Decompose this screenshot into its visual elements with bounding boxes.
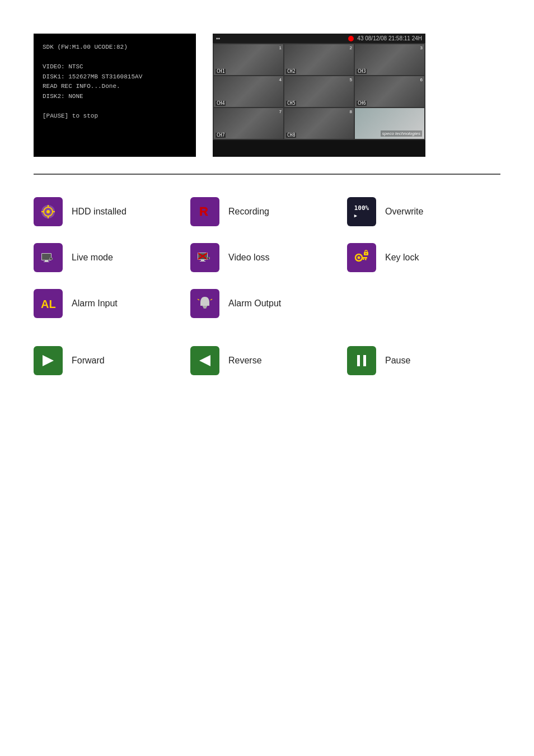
dvr-num-7: 7 <box>279 109 282 114</box>
icon-item-videoloss: Video loss <box>190 243 347 272</box>
alarm-output-label: Alarm Output <box>228 298 281 309</box>
svg-rect-16 <box>201 260 204 261</box>
hdd-installed-label: HDD installed <box>72 207 127 217</box>
dvr-label-ch5: CH5 <box>286 101 296 106</box>
recording-label: Recording <box>228 207 269 217</box>
playback-grid: Forward Reverse Pause <box>34 346 500 375</box>
svg-rect-38 <box>363 355 366 366</box>
video-loss-label: Video loss <box>228 253 270 263</box>
dvr-num-5: 5 <box>350 77 352 82</box>
dvr-label-ch3: CH3 <box>357 69 367 74</box>
icon-empty-cell <box>347 289 504 318</box>
svg-line-33 <box>198 299 199 300</box>
alarm-output-icon <box>190 289 219 318</box>
svg-text:AL: AL <box>41 298 56 310</box>
svg-rect-28 <box>365 250 367 253</box>
svg-rect-26 <box>363 259 364 260</box>
svg-rect-10 <box>45 260 48 262</box>
dvr-cell-ch4: CH4 4 <box>214 76 283 107</box>
icon-item-live: Live mode <box>34 243 190 272</box>
live-svg <box>39 249 57 267</box>
recording-icon: R <box>190 197 219 226</box>
dvr-num-2: 2 <box>350 45 352 50</box>
icon-item-alarm-input: AL Alarm Input <box>34 289 190 318</box>
svg-rect-25 <box>365 259 367 260</box>
icon-item-reverse: Reverse <box>190 346 347 375</box>
terminal-display: SDK (FW:M1.00 UCODE:82) VIDEO: NTSC DISK… <box>34 34 196 157</box>
pause-svg <box>353 352 371 370</box>
key-lock-icon <box>347 243 376 272</box>
dvr-cell-ch7: CH7 7 <box>214 108 283 139</box>
term-line-2: VIDEO: NTSC <box>43 62 187 72</box>
svg-rect-24 <box>362 257 367 259</box>
videoloss-svg <box>196 249 214 267</box>
term-line-3: DISK1: 152627MB ST3160815AV <box>43 72 187 82</box>
alarm-input-label: Alarm Input <box>72 298 118 309</box>
dvr-cell-ch6: CH6 6 <box>355 76 424 107</box>
svg-point-21 <box>208 258 209 259</box>
alarm-input-svg: AL <box>39 295 57 312</box>
term-line-blank2 <box>43 102 187 112</box>
icon-grid: HDD installed R Recording 100%▶ Overwrit… <box>34 197 500 318</box>
svg-point-32 <box>203 306 207 309</box>
video-loss-icon <box>190 243 219 272</box>
term-line-5: DISK2: NONE <box>43 92 187 102</box>
live-mode-label: Live mode <box>72 253 113 263</box>
icon-item-forward: Forward <box>34 346 190 375</box>
pause-icon <box>347 346 376 375</box>
icon-item-overwrite: 100%▶ Overwrite <box>347 197 504 226</box>
forward-label: Forward <box>72 356 105 366</box>
svg-rect-11 <box>44 262 49 262</box>
dvr-channel-grid: CH1 1 CH2 2 CH3 3 CH4 4 CH5 5 <box>213 43 425 140</box>
keylock-svg <box>353 249 371 267</box>
rec-dot <box>348 36 354 41</box>
playback-section: Forward Reverse Pause <box>0 340 534 398</box>
dvr-label-ch8: CH8 <box>286 133 296 138</box>
svg-point-13 <box>50 258 52 260</box>
dvr-screen: ▪▪ 43 08/12/08 21:58:11 24H CH1 1 CH2 2 … <box>213 34 425 157</box>
term-line-6: [PAUSE] to stop <box>43 111 187 122</box>
hdd-installed-icon <box>34 197 63 226</box>
hdd-svg <box>39 203 57 221</box>
forward-svg <box>39 352 57 370</box>
icons-section: HDD installed R Recording 100%▶ Overwrit… <box>0 175 534 340</box>
svg-point-2 <box>46 210 50 213</box>
dvr-cell-speco: speco technologies <box>355 108 424 139</box>
svg-rect-37 <box>357 355 360 366</box>
reverse-label: Reverse <box>228 356 262 366</box>
icon-item-pause: Pause <box>347 346 504 375</box>
term-line-blank1 <box>43 53 187 63</box>
dvr-num-8: 8 <box>350 109 352 114</box>
forward-icon <box>34 346 63 375</box>
dvr-num-4: 4 <box>279 77 282 82</box>
dvr-num-3: 3 <box>420 45 423 50</box>
dvr-channel-icon: ▪▪ <box>216 35 220 41</box>
svg-text:R: R <box>199 204 208 218</box>
dvr-timestamp: 43 08/12/08 21:58:11 24H <box>357 35 422 41</box>
svg-marker-35 <box>43 355 54 366</box>
dvr-label-ch2: CH2 <box>286 69 296 74</box>
dvr-header: ▪▪ 43 08/12/08 21:58:11 24H <box>213 34 425 43</box>
icon-item-alarm-output: Alarm Output <box>190 289 347 318</box>
icon-item-recording: R Recording <box>190 197 347 226</box>
dvr-cell-ch1: CH1 1 <box>214 44 283 75</box>
reverse-icon <box>190 346 219 375</box>
pause-label: Pause <box>385 356 410 366</box>
dvr-cell-ch2: CH2 2 <box>284 44 354 75</box>
dvr-cell-ch3: CH3 3 <box>355 44 424 75</box>
reverse-svg <box>196 352 214 370</box>
dvr-num-6: 6 <box>420 77 423 82</box>
alarm-output-svg <box>196 295 214 312</box>
live-mode-icon <box>34 243 63 272</box>
term-line-1: SDK (FW:M1.00 UCODE:82) <box>43 43 187 53</box>
svg-point-29 <box>366 253 367 254</box>
dvr-num-1: 1 <box>279 45 282 50</box>
overwrite-text: 100%▶ <box>354 204 369 219</box>
dvr-cell-ch8: CH8 8 <box>284 108 354 139</box>
overwrite-label: Overwrite <box>385 207 423 217</box>
svg-marker-36 <box>199 355 210 366</box>
icon-item-hdd: HDD installed <box>34 197 190 226</box>
dvr-label-ch6: CH6 <box>357 101 367 106</box>
recording-svg: R <box>196 203 214 221</box>
dvr-label-ch7: CH7 <box>216 133 226 138</box>
